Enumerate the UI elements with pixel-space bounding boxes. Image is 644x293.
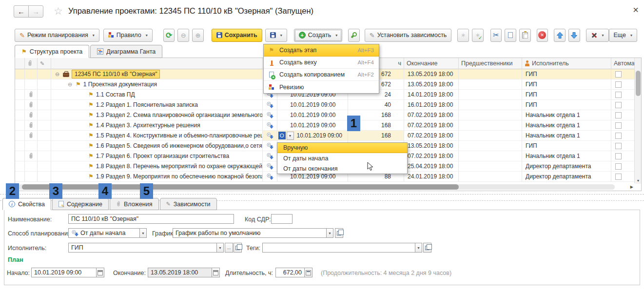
auto-checkbox[interactable] [615,133,622,139]
executor-input[interactable]: ГИП [68,243,217,253]
edit-cell [38,120,51,131]
executor-dropdown-icon[interactable]: ▼ [216,243,224,253]
duration-calculator-button[interactable] [304,268,312,277]
move-up-button[interactable] [554,29,566,42]
auto-checkbox[interactable] [615,71,622,78]
attachment-column-header[interactable] [25,58,38,69]
planning-method-label: Способ планирования: [8,230,73,237]
planning-method-dropdown-icon[interactable]: ▼ [139,228,147,238]
plan-mode-icon [266,163,273,170]
auto-checkbox[interactable] [615,143,622,149]
tags-dropdown-icon[interactable]: ▼ [415,243,422,253]
table-row[interactable]: ⚑1.5 Раздел 4. Конструктивные и объемно-… [15,131,641,141]
end-date-cell: 07.02.2019 18:00 [404,110,459,120]
menu-item[interactable]: Создать копированиемAlt+F2 [264,69,379,81]
blocks-icon [268,84,275,90]
forward-button[interactable]: → [28,5,43,18]
copy-button[interactable] [505,29,516,42]
auto-checkbox[interactable] [615,122,622,129]
close-icon[interactable]: × [633,5,639,15]
planning-method-select[interactable]: От даты начала [68,228,140,238]
tab-attachments[interactable]: Вложения [110,198,159,210]
tags-input[interactable] [262,243,415,253]
tools-green-button[interactable] [348,29,360,42]
tab-dependencies[interactable]: ✎ Зависимости [160,198,217,210]
plan-mode-icon [266,132,273,139]
predecessors-column-header[interactable]: Предшественники [459,58,522,69]
scroll-right-icon[interactable]: ▶ [630,185,633,189]
schedule-input[interactable]: График работы по умолчанию [173,228,327,238]
row-selector-header[interactable] [15,58,25,69]
tags-open-button[interactable] [423,243,431,253]
menu-item[interactable]: Создать вехуAlt+F4 [264,57,379,69]
table-row[interactable]: ⚑1.4 Раздел 3. Архитектурные решения10.0… [15,120,641,131]
menu-item[interactable]: От даты окончания [277,163,407,174]
more-button[interactable]: Еще [609,29,637,42]
auto-checkbox[interactable] [615,112,622,118]
auto-checkbox[interactable] [615,153,622,159]
table-row[interactable]: ⚑1.3 Раздел 2. Схема планировочной орган… [15,110,641,120]
start-calendar-button[interactable] [96,268,104,277]
edit-column-header[interactable]: ✎ [38,58,51,69]
save-options-button[interactable] [265,29,287,42]
end-column-header[interactable]: Окончание [404,58,459,69]
end-calendar-button[interactable] [212,268,220,277]
menu-item[interactable]: Ревизию [264,81,379,93]
horizontal-scrollbar-thumb[interactable] [22,184,459,190]
tab-properties[interactable]: i Свойства [2,198,51,210]
save-icon [216,32,222,38]
menu-item[interactable]: От даты начала [277,153,407,163]
auto-checkbox[interactable] [615,163,622,170]
name-column-header[interactable] [51,58,263,69]
auto-checkbox[interactable] [615,92,622,98]
move-down-button[interactable] [568,29,580,42]
executor-open-button[interactable] [234,243,242,253]
auto-column-header[interactable]: Автоматиче▴ [611,58,635,69]
menu-item[interactable]: ⚑Создать этапAlt+F3 [264,44,379,57]
rule-button[interactable]: Правило [103,29,153,42]
auto-checkbox[interactable] [615,174,622,180]
expand-levels-button[interactable]: ⊕ [192,29,204,42]
create-button[interactable]: + Создать [294,29,343,42]
end-date-input[interactable]: 13.05.2019 18:00 [148,268,212,277]
paste-button[interactable] [519,29,531,42]
delete-button[interactable]: ✕ [537,29,548,42]
break-dependency-button[interactable]: ✶ [457,29,469,42]
planning-method-dropdown-icon[interactable]: ▼ [287,132,294,140]
tab-project-structure[interactable]: ⚑ Структура проекта [15,45,89,58]
executor-choose-button[interactable]: ... [225,243,233,253]
schedule-open-button[interactable] [335,228,343,238]
schedule-dropdown-icon[interactable]: ▼ [326,228,333,238]
favorite-star-icon[interactable]: ☆ [54,5,63,17]
tab-content[interactable]: Содержание [52,198,109,210]
duration-input[interactable]: 672,00 [275,268,305,277]
planning-mode-button[interactable]: ✎ Режим планирования [15,29,99,42]
menu-item[interactable]: Вручную [277,143,407,153]
predecessors-cell [459,100,522,110]
splitter-line[interactable] [0,194,644,195]
auto-checkbox[interactable] [615,81,622,88]
service-tools-button[interactable] [586,29,609,42]
back-button[interactable]: ← [14,5,29,18]
collapse-expander-icon[interactable]: ⊖ [54,71,60,78]
cut-button[interactable]: ✂ [490,29,502,42]
scroll-down-icon[interactable]: ▼ [635,177,642,184]
vertical-scrollbar[interactable]: ▼ [634,58,641,184]
check-dependency-button[interactable]: ✶✓ [472,29,484,42]
executor-cell: ГИП [522,141,611,151]
auto-checkbox[interactable] [615,102,622,108]
vertical-scrollbar-thumb[interactable] [636,71,641,96]
save-button[interactable]: Сохранить [212,29,262,42]
flag-icon: ⚑ [21,49,27,55]
start-date-input[interactable]: 10.01.2019 09:00 [31,268,97,277]
executor-column-header[interactable]: Исполнитель [522,58,611,69]
set-dependency-button[interactable]: ✎ Установить зависимость [365,29,452,42]
collapse-expander-icon[interactable]: ⊖ [67,81,73,88]
name-input[interactable]: ПС 110/10 кВ "Озерная" [68,214,234,224]
table-row[interactable]: ⚑1.2 Раздел 1. Пояснительная записка10.0… [15,100,641,110]
collapse-levels-button[interactable]: ⊖ [177,29,189,42]
planning-method-edit-chip[interactable]: О [278,132,286,139]
sdr-code-input[interactable] [271,214,293,224]
tab-gantt-chart[interactable]: Диаграмма Ганта [90,45,162,58]
refresh-button[interactable]: ⟳ [163,29,175,42]
